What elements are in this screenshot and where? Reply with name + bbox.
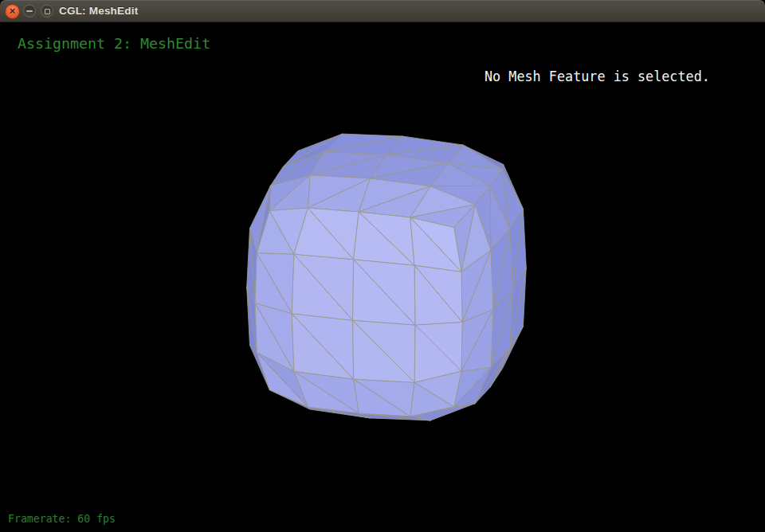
subdivided-cube-mesh[interactable]: [0, 22, 765, 532]
assignment-title-label: Assignment 2: MeshEdit: [18, 37, 210, 51]
framerate-label: Framerate: 60 fps: [8, 514, 116, 524]
titlebar[interactable]: × CGL: MeshEdit: [0, 0, 765, 22]
app-window: × CGL: MeshEdit Assignment 2: MeshEdit N…: [0, 0, 765, 532]
maximize-button[interactable]: [41, 5, 53, 18]
minimize-button[interactable]: [23, 5, 36, 18]
mesh-feature-status-label: No Mesh Feature is selected.: [484, 70, 710, 84]
close-icon: ×: [10, 5, 16, 17]
maximize-icon: [45, 9, 50, 14]
close-button[interactable]: ×: [5, 4, 20, 19]
window-title: CGL: MeshEdit: [59, 0, 138, 22]
viewport[interactable]: Assignment 2: MeshEdit No Mesh Feature i…: [0, 22, 765, 532]
minimize-icon: [26, 10, 33, 12]
